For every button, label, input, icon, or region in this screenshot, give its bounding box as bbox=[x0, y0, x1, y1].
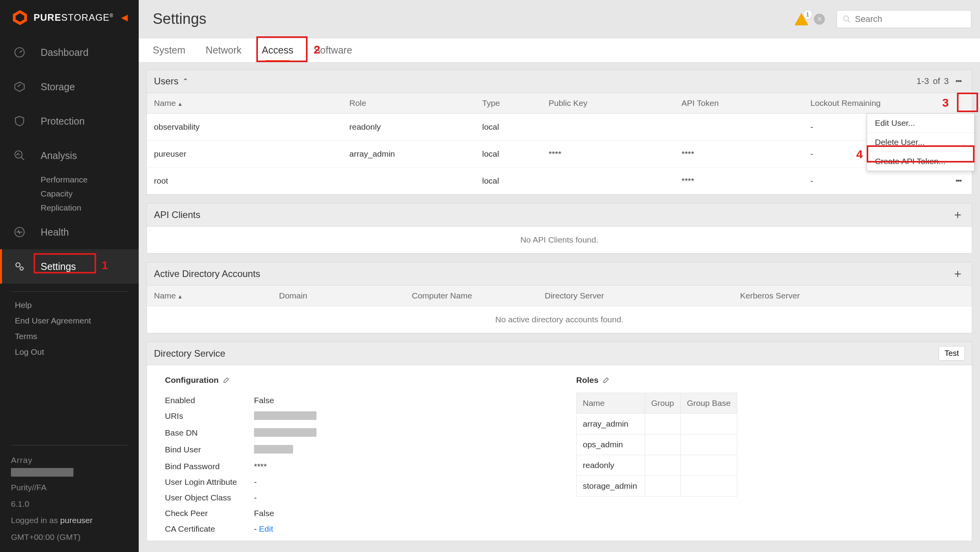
ad-accounts-empty: No active directory accounts found. bbox=[147, 306, 972, 333]
pager-of: of bbox=[933, 76, 940, 86]
users-panel-menu[interactable] bbox=[953, 73, 965, 89]
search-box[interactable] bbox=[837, 10, 971, 28]
kv-key: Enabled bbox=[165, 396, 254, 405]
nav-analysis-performance[interactable]: Performance bbox=[0, 173, 139, 187]
ctx-edit-user[interactable]: Edit User... bbox=[867, 114, 974, 132]
col-role[interactable]: Role bbox=[342, 93, 475, 114]
link-logout[interactable]: Log Out bbox=[0, 344, 139, 360]
api-clients-panel: API Clients ＋ No API Clients found. bbox=[147, 203, 972, 254]
kv-key: User Login Attribute bbox=[165, 477, 254, 487]
pager-range: 1-3 bbox=[917, 76, 929, 86]
roles-table: Name Group Group Base array_admin ops_ad… bbox=[576, 393, 737, 497]
col-token[interactable]: API Token bbox=[674, 93, 803, 114]
col-pk[interactable]: Public Key bbox=[542, 93, 674, 114]
ds-roles-title: Roles bbox=[576, 375, 599, 385]
svg-marker-3 bbox=[15, 82, 24, 91]
cell: root bbox=[147, 167, 342, 194]
nav-label: Storage bbox=[41, 81, 75, 93]
ctx-delete-user[interactable]: Delete User... bbox=[867, 132, 974, 152]
nav-dashboard[interactable]: Dashboard bbox=[0, 35, 139, 70]
sort-asc-icon: ▲ bbox=[177, 101, 183, 107]
col-type[interactable]: Type bbox=[475, 93, 542, 114]
array-version: 6.1.0 bbox=[11, 499, 29, 508]
col[interactable]: Computer Name bbox=[405, 286, 538, 306]
add-ad-account-button[interactable]: ＋ bbox=[951, 266, 965, 282]
cell: readonly bbox=[342, 113, 475, 140]
tab-system[interactable]: System bbox=[153, 38, 185, 62]
directory-service-header: Directory Service Test bbox=[147, 342, 972, 365]
array-tz: GMT+00:00 (GMT) bbox=[11, 532, 80, 541]
search-input[interactable] bbox=[855, 14, 966, 24]
tab-software[interactable]: Software bbox=[314, 38, 352, 62]
tab-access[interactable]: Access bbox=[262, 38, 293, 62]
link-eua[interactable]: End User Agreement bbox=[0, 313, 139, 329]
ca-cert-edit-link[interactable]: Edit bbox=[259, 524, 273, 533]
nav-label: Analysis bbox=[41, 150, 77, 161]
ds-configuration: Configuration EnabledFalse URIs Base DN … bbox=[147, 365, 561, 541]
api-clients-title: API Clients bbox=[154, 209, 200, 220]
storage-icon bbox=[13, 80, 41, 93]
cell: observability bbox=[147, 113, 342, 140]
nav-label: Health bbox=[41, 227, 69, 238]
svg-point-6 bbox=[16, 263, 20, 267]
search-icon bbox=[842, 15, 851, 23]
tab-network[interactable]: Network bbox=[206, 38, 241, 62]
nav-label: Protection bbox=[41, 116, 85, 127]
add-api-client-button[interactable]: ＋ bbox=[951, 207, 965, 223]
cell: pureuser bbox=[147, 140, 342, 167]
link-help[interactable]: Help bbox=[0, 297, 139, 313]
test-directory-button[interactable]: Test bbox=[939, 346, 965, 361]
nav-storage[interactable]: Storage bbox=[0, 70, 139, 104]
col[interactable]: Kerberos Server bbox=[733, 286, 948, 306]
kv-val: **** bbox=[254, 462, 267, 471]
topbar: Settings 1 ✕ bbox=[139, 0, 980, 38]
nav-analysis-capacity[interactable]: Capacity bbox=[0, 187, 139, 201]
kv-val: False bbox=[254, 509, 274, 518]
row-menu[interactable] bbox=[953, 173, 965, 189]
kv-dash: - bbox=[254, 524, 259, 533]
api-clients-empty: No API Clients found. bbox=[147, 227, 972, 253]
ad-accounts-title: Active Directory Accounts bbox=[154, 268, 260, 279]
tabs: System Network Access Software 2 bbox=[139, 38, 980, 62]
ctx-create-api-token[interactable]: Create API Token... bbox=[867, 152, 974, 171]
dismiss-alert-icon[interactable]: ✕ bbox=[814, 14, 825, 25]
nav-settings[interactable]: Settings bbox=[0, 249, 139, 284]
nav-health[interactable]: Health bbox=[0, 215, 139, 249]
col-lockout[interactable]: Lockout Remaining bbox=[803, 93, 946, 114]
link-terms[interactable]: Terms bbox=[0, 329, 139, 344]
col[interactable]: Name bbox=[154, 291, 176, 300]
content: Users ⌃ 1-3 of 3 Name▲ Role Type Public … bbox=[139, 63, 980, 552]
alerts-indicator[interactable]: 1 bbox=[794, 13, 808, 25]
svg-point-5 bbox=[15, 227, 24, 237]
svg-point-8 bbox=[844, 16, 849, 21]
ds-config-title: Configuration bbox=[165, 375, 219, 385]
role-name: storage_admin bbox=[576, 475, 645, 496]
directory-service-title: Directory Service bbox=[154, 348, 225, 359]
cell: array_admin bbox=[342, 140, 475, 167]
col: Name bbox=[576, 393, 645, 413]
shield-icon bbox=[13, 115, 41, 127]
edit-icon[interactable] bbox=[223, 377, 230, 384]
users-panel-title: Users bbox=[154, 76, 179, 87]
role-name: array_admin bbox=[576, 413, 645, 434]
ad-accounts-panel: Active Directory Accounts ＋ Name▲ Domain… bbox=[147, 262, 972, 333]
svg-point-7 bbox=[20, 267, 23, 270]
kv-key: User Object Class bbox=[165, 493, 254, 502]
ds-roles: Roles Name Group Group Base array_admin … bbox=[561, 365, 972, 541]
edit-icon[interactable] bbox=[603, 377, 610, 384]
nav-analysis-replication[interactable]: Replication bbox=[0, 201, 139, 215]
sidebar-divider bbox=[11, 291, 128, 292]
nav-protection[interactable]: Protection bbox=[0, 104, 139, 138]
gears-icon bbox=[13, 260, 41, 273]
cell: - bbox=[803, 167, 946, 194]
col[interactable]: Domain bbox=[272, 286, 405, 306]
nav-analysis[interactable]: Analysis bbox=[0, 138, 139, 173]
collapse-sidebar-icon[interactable]: ◀ bbox=[121, 13, 128, 23]
col[interactable]: Directory Server bbox=[538, 286, 733, 306]
users-panel-header: Users ⌃ 1-3 of 3 bbox=[147, 70, 972, 93]
chevron-up-icon[interactable]: ⌃ bbox=[182, 77, 188, 86]
col-name[interactable]: Name bbox=[154, 98, 176, 107]
pulse-icon bbox=[13, 226, 41, 238]
cell bbox=[542, 167, 674, 194]
array-heading: Array bbox=[11, 456, 128, 465]
